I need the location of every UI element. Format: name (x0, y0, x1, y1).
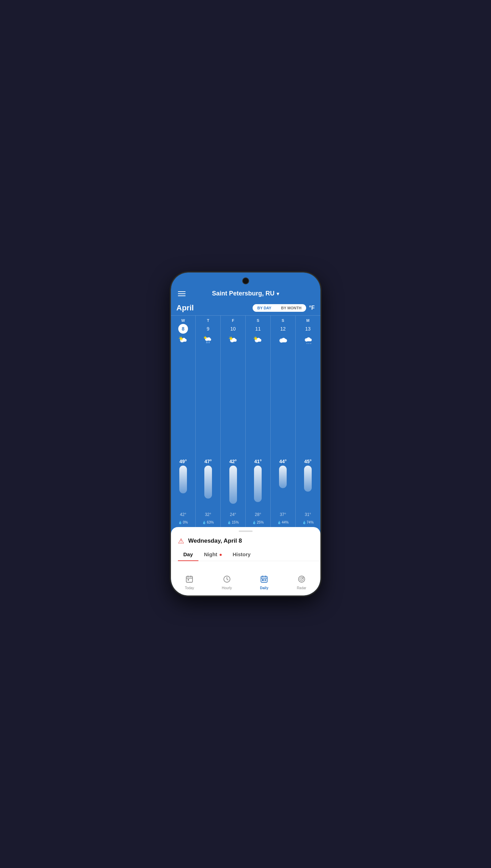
nav-daily[interactable]: Daily (246, 575, 283, 590)
sheet-title-row: ⚠ Wednesday, April 8 (171, 535, 320, 549)
camera-notch (242, 277, 249, 284)
daily-icon (260, 575, 268, 585)
day-name-1: T (207, 318, 209, 323)
drop-icon-1: 💧 (202, 521, 206, 524)
high-temp-4: 44° (279, 459, 287, 464)
day-name-5: M (306, 318, 309, 323)
hourly-icon (223, 575, 231, 585)
temp-bar-container-5 (304, 466, 312, 511)
svg-line-37 (254, 337, 255, 338)
night-dot (220, 554, 222, 556)
temp-section-0: 49° 42° (172, 349, 194, 518)
nav-today-label: Today (185, 586, 194, 590)
svg-rect-61 (264, 580, 266, 581)
by-month-button[interactable]: BY MONTH (276, 304, 306, 312)
menu-button[interactable] (178, 291, 186, 296)
weather-icon-1 (203, 336, 213, 347)
precip-val-5: 74% (307, 520, 314, 524)
svg-point-34 (255, 337, 257, 340)
weather-icon-3 (253, 336, 263, 347)
weather-icon-5: * * * (303, 336, 313, 347)
tab-day-label: Day (183, 551, 193, 557)
drop-icon-5: 💧 (302, 521, 306, 524)
high-temp-2: 42° (229, 459, 237, 464)
sheet-tabs: Day Night History (171, 549, 320, 561)
day-col-mon13[interactable]: M 13 * * * (296, 316, 320, 527)
svg-rect-59 (262, 579, 264, 581)
high-temp-5: 45° (304, 459, 311, 464)
svg-point-26 (230, 337, 232, 340)
view-toggle[interactable]: BY DAY BY MONTH (253, 304, 306, 312)
day-num-4: 12 (278, 324, 288, 334)
svg-line-54 (227, 579, 228, 580)
precip-val-3: 25% (257, 520, 264, 524)
nav-radar[interactable]: Radar (283, 575, 320, 590)
temp-bar-container-4 (279, 466, 287, 511)
nav-hourly-label: Hourly (222, 586, 232, 590)
day-col-fri[interactable]: F 10 (221, 316, 246, 527)
high-temp-3: 41° (254, 459, 262, 464)
day-num-2: 10 (228, 324, 238, 334)
svg-point-15 (204, 337, 206, 339)
tab-day[interactable]: Day (178, 549, 199, 561)
svg-rect-47 (186, 576, 193, 582)
sheet-date: Wednesday, April 8 (188, 537, 242, 544)
day-col-sun12[interactable]: S 12 44° (271, 316, 296, 527)
day-col-wed[interactable]: W 8 (171, 316, 196, 527)
precip-4: 💧 44% (277, 520, 289, 524)
nav-daily-label: Daily (260, 586, 268, 590)
svg-text:* * *: * * * (306, 342, 311, 345)
svg-rect-60 (264, 579, 266, 580)
low-temp-2: 24° (230, 512, 236, 517)
svg-line-20 (208, 342, 208, 343)
precip-val-2: 15% (232, 520, 239, 524)
precip-val-1: 63% (207, 520, 214, 524)
tab-night[interactable]: Night (198, 549, 227, 561)
nav-today[interactable]: Today (171, 575, 208, 590)
city-selector[interactable]: Saint Petersburg, RU ▾ (212, 290, 279, 297)
tab-history-label: History (233, 551, 251, 557)
phone-screen: Saint Petersburg, RU ▾ April BY DAY BY M… (171, 273, 320, 595)
low-temp-3: 28° (255, 512, 261, 517)
calendar-header: April BY DAY BY MONTH °F (171, 300, 320, 315)
drop-icon-3: 💧 (252, 521, 256, 524)
svg-rect-55 (261, 576, 267, 582)
precip-1: 💧 63% (202, 520, 214, 524)
high-temp-1: 47° (204, 459, 212, 464)
temp-section-4: 44° 37° (272, 349, 294, 518)
chevron-down-icon: ▾ (277, 291, 279, 297)
tab-history[interactable]: History (227, 549, 256, 561)
day-col-sat11[interactable]: S 11 (246, 316, 271, 527)
precip-val-0: 0% (183, 520, 188, 524)
weather-icon-2 (228, 336, 238, 347)
low-temp-0: 42° (180, 512, 186, 517)
svg-point-4 (180, 337, 182, 340)
temp-bar-container-3 (254, 466, 262, 511)
drop-icon-2: 💧 (227, 521, 231, 524)
svg-rect-14 (206, 339, 211, 341)
drop-icon-4: 💧 (277, 521, 281, 524)
day-col-thu[interactable]: T 9 (196, 316, 221, 527)
svg-line-18 (204, 337, 204, 337)
svg-rect-25 (232, 340, 236, 342)
day-name-4: S (282, 318, 284, 323)
day-num-1: 9 (203, 324, 213, 334)
temp-bar-container-2 (229, 466, 237, 511)
today-icon (185, 575, 194, 585)
weather-icon-0 (178, 336, 188, 347)
day-num-5: 13 (303, 324, 313, 334)
app-content: Saint Petersburg, RU ▾ April BY DAY BY M… (171, 273, 320, 595)
sheet-handle (239, 531, 253, 532)
day-name-3: S (257, 318, 259, 323)
weather-icon-4 (278, 336, 288, 347)
by-day-button[interactable]: BY DAY (253, 304, 276, 312)
low-temp-1: 32° (205, 512, 211, 517)
temp-section-3: 41° 28° (247, 349, 269, 518)
month-label: April (177, 303, 194, 312)
calendar-section: April BY DAY BY MONTH °F W 8 (171, 300, 320, 527)
nav-hourly[interactable]: Hourly (208, 575, 246, 590)
unit-label[interactable]: °F (309, 305, 314, 311)
precip-3: 💧 25% (252, 520, 264, 524)
precip-val-4: 44% (282, 520, 289, 524)
svg-line-19 (206, 342, 207, 343)
